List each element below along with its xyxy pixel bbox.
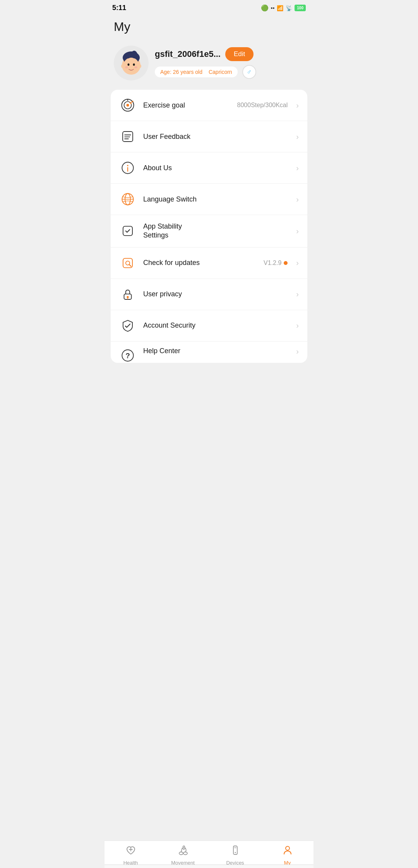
language-switch-chevron: › [296, 195, 299, 204]
menu-item-help-center[interactable]: ? Help Center › [111, 342, 307, 363]
svg-point-4 [128, 63, 130, 66]
svg-point-3 [123, 58, 139, 73]
gender-badge: ♂ [242, 65, 256, 79]
svg-point-6 [125, 67, 128, 68]
account-security-icon [119, 317, 136, 334]
edit-button[interactable]: Edit [225, 47, 254, 61]
user-feedback-icon [119, 128, 136, 145]
exercise-goal-label: Exercise goal [143, 101, 230, 109]
profile-section: gsfit_2006f1e5... Edit Age: 26 years old… [104, 38, 314, 90]
user-privacy-chevron: › [296, 290, 299, 299]
menu-item-app-stability[interactable]: App StabilitySettings › [111, 215, 307, 248]
svg-rect-29 [123, 226, 132, 236]
profile-zodiac: Capricorn [209, 69, 232, 75]
battery-indicator: 100 [295, 5, 306, 11]
svg-point-5 [133, 63, 135, 66]
profile-details-row: Age: 26 years old Capricorn ♂ [155, 65, 304, 79]
profile-name-row: gsfit_2006f1e5... Edit [155, 47, 304, 61]
app-stability-chevron: › [296, 227, 299, 236]
avatar[interactable] [114, 46, 149, 80]
signal-icon: 📶 [277, 5, 283, 11]
language-switch-label: Language Switch [143, 195, 288, 203]
svg-point-7 [134, 67, 137, 68]
svg-point-10 [121, 64, 124, 68]
account-security-chevron: › [296, 321, 299, 330]
check-updates-label: Check for updates [143, 259, 257, 267]
status-bar: 5:11 🟢 •• 📶 📡 100 [104, 0, 314, 14]
svg-point-14 [127, 104, 129, 107]
menu-item-check-updates[interactable]: Check for updates V1.2.9 › [111, 248, 307, 279]
app-stability-icon [119, 222, 136, 239]
page-title: My [114, 20, 304, 34]
dots-icon: •• [271, 5, 275, 11]
about-us-label: About Us [143, 164, 288, 172]
user-privacy-label: User privacy [143, 290, 288, 298]
check-updates-chevron: › [296, 258, 299, 267]
svg-point-11 [138, 64, 141, 68]
gender-symbol: ♂ [247, 68, 252, 76]
status-icons: 🟢 •• 📶 📡 100 [261, 4, 306, 12]
avatar-image [116, 48, 147, 79]
account-security-label: Account Security [143, 321, 288, 330]
svg-text:?: ? [125, 352, 130, 360]
menu-item-language-switch[interactable]: Language Switch › [111, 184, 307, 215]
menu-card: Exercise goal 8000Step/300Kcal › User Fe… [111, 90, 307, 363]
exercise-goal-chevron: › [296, 101, 299, 110]
menu-item-about-us[interactable]: About Us › [111, 152, 307, 184]
menu-item-exercise-goal[interactable]: Exercise goal 8000Step/300Kcal › [111, 90, 307, 121]
check-updates-value: V1.2.9 [264, 260, 288, 267]
exercise-goal-value: 8000Step/300Kcal [237, 102, 288, 109]
help-center-label: Help Center [143, 347, 288, 355]
svg-point-24 [127, 165, 128, 166]
user-privacy-icon [119, 286, 136, 303]
user-feedback-chevron: › [296, 132, 299, 141]
profile-badge: Age: 26 years old Capricorn [155, 67, 238, 77]
profile-name: gsfit_2006f1e5... [155, 49, 221, 59]
wifi-icon: 📡 [286, 5, 292, 11]
menu-item-account-security[interactable]: Account Security › [111, 310, 307, 342]
help-center-icon: ? [119, 347, 136, 363]
about-us-icon [119, 159, 136, 176]
app-stability-label: App StabilitySettings [143, 222, 288, 240]
about-us-chevron: › [296, 164, 299, 173]
check-updates-icon [119, 255, 136, 272]
status-time: 5:11 [112, 4, 126, 12]
svg-line-32 [129, 264, 131, 266]
user-feedback-label: User Feedback [143, 133, 288, 141]
exercise-goal-icon [119, 97, 136, 114]
help-center-chevron: › [296, 347, 299, 356]
update-dot [284, 261, 288, 265]
language-switch-icon [119, 191, 136, 208]
profile-age: Age: 26 years old [160, 69, 202, 75]
profile-info: gsfit_2006f1e5... Edit Age: 26 years old… [155, 47, 304, 79]
page-header: My [104, 14, 314, 38]
app-icon: 🟢 [261, 4, 269, 12]
menu-item-user-feedback[interactable]: User Feedback › [111, 121, 307, 152]
menu-item-user-privacy[interactable]: User privacy › [111, 279, 307, 310]
